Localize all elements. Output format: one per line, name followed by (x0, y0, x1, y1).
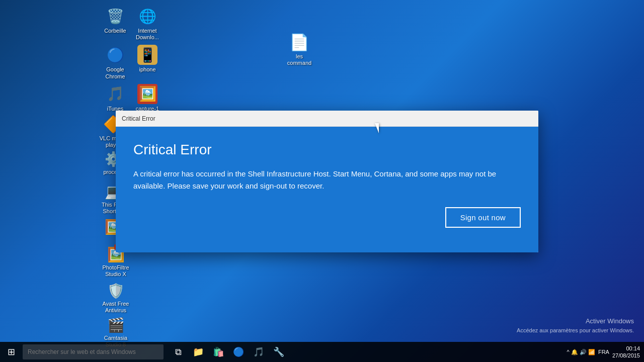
taskbar-language: FRA (598, 349, 609, 355)
chrome-label: Google Chrome (102, 66, 128, 79)
taskbar: ⊞ ⧉ 📁 🛍️ 🔵 🎵 🔧 ^ 🔔 🔊 📶 FRA 00:14 27/08/2… (0, 342, 644, 362)
taskbar-explorer[interactable]: 📁 (189, 342, 208, 362)
dialog-actions: Sign out now (133, 207, 521, 228)
taskbar-apps: ⧉ 📁 🛍️ 🔵 🎵 🔧 (169, 342, 288, 362)
error-heading: Critical Error (133, 142, 521, 158)
error-body: A critical error has occurred in the She… (133, 168, 516, 192)
desktop-icon-chrome[interactable]: 🔵 Google Chrome (100, 43, 130, 81)
dialog-content: Critical Error A critical error has occu… (116, 127, 538, 252)
dialog-titlebar: Critical Error (116, 111, 538, 127)
desktop-icon-capture[interactable]: 🖼️ capture-1 (132, 82, 163, 114)
watermark-line2: Accédez aux paramètres pour activer Wind… (517, 326, 634, 335)
activation-watermark: Activer Windows Accédez aux paramètres p… (517, 316, 634, 334)
taskbar-clock: 00:14 27/08/2015 (612, 345, 640, 359)
iphone-icon: 📱 (137, 45, 157, 65)
dialog-title-text: Critical Error (122, 115, 155, 122)
watermark-line1: Activer Windows (517, 316, 634, 326)
itunes-icon: 🎵 (105, 84, 125, 104)
taskbar-extra1[interactable]: 🎵 (249, 342, 268, 362)
clock-date: 27/08/2015 (612, 352, 640, 359)
capture-icon: 🖼️ (137, 84, 157, 104)
critical-error-dialog: Critical Error Critical Error A critical… (116, 111, 538, 252)
doc-label: les command (284, 53, 314, 66)
clock-time: 00:14 (612, 345, 640, 352)
iphone-label: iphone (139, 66, 155, 73)
taskbar-store[interactable]: 🛍️ (209, 342, 228, 362)
start-button[interactable]: ⊞ (0, 342, 23, 362)
trash-icon: 🗑️ (105, 6, 125, 26)
desktop-icon-itunes[interactable]: 🎵 iTunes (100, 82, 130, 114)
desktop-icon-trash[interactable]: 🗑️ Corbeille (100, 4, 130, 43)
trash-label: Corbeille (104, 28, 126, 34)
taskbar-chrome[interactable]: 🔵 (229, 342, 248, 362)
desktop-icon-doc[interactable]: 📄 les command (284, 33, 314, 66)
taskbar-systray-icons: ^ 🔔 🔊 📶 (567, 349, 595, 355)
avast-label: Avast Free Antivirus (98, 301, 133, 314)
taskbar-extra2[interactable]: 🔧 (269, 342, 288, 362)
chrome-icon: 🔵 (105, 45, 125, 65)
desktop-icon-avast[interactable]: 🛡️ Avast Free Antivirus (98, 283, 133, 314)
desktop-icon-ie[interactable]: 🌐 Internet Downlo... (132, 4, 163, 43)
ie-icon: 🌐 (137, 6, 157, 26)
taskbar-right: ^ 🔔 🔊 📶 FRA 00:14 27/08/2015 (567, 345, 644, 359)
taskbar-taskview[interactable]: ⧉ (169, 342, 188, 362)
desktop-icon-iphone[interactable]: 📱 iphone (132, 43, 163, 81)
photofiltre-label: PhotoFiltre Studio X (98, 264, 133, 278)
sign-out-button[interactable]: Sign out now (445, 207, 521, 228)
ie-label: Internet Downlo... (134, 28, 160, 41)
search-input[interactable] (23, 344, 164, 359)
